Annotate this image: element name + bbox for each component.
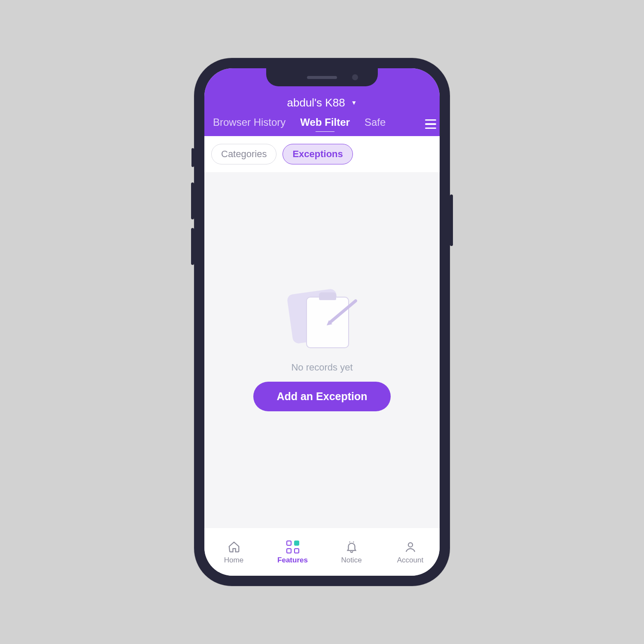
nav-account[interactable]: Account: [387, 540, 434, 565]
tab-browser-history[interactable]: Browser History: [213, 116, 286, 132]
account-icon: [403, 540, 418, 554]
tab-safe[interactable]: Safe: [365, 116, 386, 132]
main-content: No records yet Add an Exception: [204, 172, 440, 528]
side-volume-up[interactable]: [191, 182, 194, 219]
bell-icon: [344, 540, 359, 554]
tab-web-filter[interactable]: Web Filter: [300, 116, 350, 132]
speaker-grille: [307, 76, 337, 79]
nav-features[interactable]: Features: [269, 540, 316, 565]
side-power-button[interactable]: [450, 194, 453, 246]
empty-state-text: No records yet: [291, 362, 352, 373]
nav-label: Home: [224, 556, 243, 565]
notch: [266, 68, 378, 86]
bottom-nav: Home Features No: [204, 528, 440, 576]
filter-pill-bar: Categories Exceptions: [204, 136, 440, 172]
empty-state-illustration: [286, 289, 358, 353]
front-camera: [352, 74, 358, 80]
nav-home[interactable]: Home: [210, 540, 258, 565]
hamburger-menu-icon[interactable]: [419, 115, 436, 133]
top-tabs: Browser History Web Filter Safe: [213, 116, 416, 132]
home-icon: [227, 540, 241, 554]
side-mute-switch[interactable]: [191, 148, 194, 167]
svg-point-0: [408, 543, 413, 547]
add-exception-button[interactable]: Add an Exception: [253, 382, 391, 411]
device-selector[interactable]: abdul's K88 ▼: [204, 93, 440, 112]
nav-label: Account: [397, 556, 423, 565]
side-volume-down[interactable]: [191, 228, 194, 265]
nav-notice[interactable]: Notice: [328, 540, 375, 565]
pill-categories[interactable]: Categories: [211, 144, 276, 164]
phone-frame: abdul's K88 ▼ Browser History Web Filter…: [194, 58, 450, 586]
nav-label: Features: [277, 556, 308, 565]
nav-label: Notice: [341, 556, 361, 565]
device-name: abdul's K88: [287, 96, 345, 109]
pill-exceptions[interactable]: Exceptions: [283, 144, 352, 164]
caret-down-icon: ▼: [351, 99, 357, 106]
features-icon: [286, 540, 300, 554]
screen: abdul's K88 ▼ Browser History Web Filter…: [204, 68, 440, 576]
